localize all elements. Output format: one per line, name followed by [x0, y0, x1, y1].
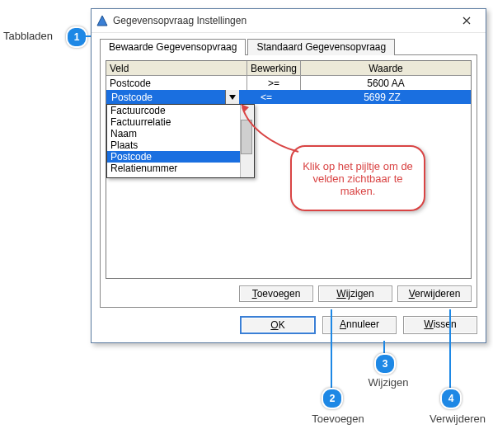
col-header-veld: Veld	[106, 61, 247, 75]
field-dropdown-list[interactable]: Factuurcode Factuurrelatie Naam Plaats P…	[106, 104, 255, 178]
annotation-marker-3: 3	[374, 353, 396, 375]
grid-header-row: Veld Bewerking Waarde	[106, 61, 471, 76]
tab-strip: Bewaarde Gegevensopvraag Standaard Gegev…	[100, 39, 477, 55]
svg-marker-0	[97, 16, 107, 26]
app-icon	[96, 15, 108, 26]
annotation-marker-2: 2	[322, 388, 343, 409]
annotation-line-3	[383, 341, 385, 353]
callout-text: Klik op het pijltje om de velden zichtba…	[290, 145, 425, 211]
annotation-caption-3: Wijzigen	[359, 376, 417, 389]
edit-button[interactable]: Wijzigen	[318, 285, 392, 302]
dialog-title: Gegevensopvraag Instellingen	[108, 15, 451, 26]
dropdown-item[interactable]: Naam	[107, 128, 254, 139]
annotation-caption-4: Verwijderen	[420, 413, 493, 425]
annotation-line-4	[449, 309, 451, 388]
cell-bew: >=	[247, 76, 301, 90]
annotation-marker-1: 1	[66, 26, 87, 48]
cell-veld: Postcode	[106, 76, 247, 90]
dropdown-item[interactable]: Factuurrelatie	[107, 116, 254, 128]
annotation-caption-2: Toevoegen	[305, 413, 371, 425]
annotation-line-2	[331, 309, 332, 388]
tab-saved-query[interactable]: Bewaarde Gegevensopvraag	[100, 39, 246, 55]
svg-marker-1	[229, 95, 236, 100]
grid-row[interactable]: Postcode >= 5600 AA	[106, 76, 471, 90]
dropdown-item-selected[interactable]: Postcode	[107, 151, 254, 163]
annotation-tabs-label: Tabbladen	[3, 30, 53, 42]
tab-standard-query[interactable]: Standaard Gegevensopvraag	[247, 39, 395, 55]
close-icon[interactable]	[451, 12, 482, 30]
clear-button[interactable]: Wissen	[403, 316, 477, 334]
grid-row-selected[interactable]: Postcode <= 5699 ZZ	[106, 90, 471, 104]
cell-waarde: 5600 AA	[301, 76, 471, 90]
chevron-down-icon[interactable]	[225, 90, 239, 104]
cell-waarde: 5699 ZZ	[293, 90, 471, 104]
dropdown-item[interactable]: Relatienummer	[107, 163, 254, 174]
cell-veld-value: Postcode	[111, 92, 153, 103]
callout-pointer	[241, 104, 307, 162]
delete-button[interactable]: Verwijderen	[397, 285, 472, 302]
ok-button[interactable]: OK	[240, 316, 316, 334]
annotation-marker-4: 4	[440, 388, 462, 409]
cancel-button[interactable]: Annuleer	[322, 316, 397, 334]
col-header-waarde: Waarde	[301, 61, 471, 75]
titlebar: Gegevensopvraag Instellingen	[92, 9, 486, 33]
cell-veld-dropdown[interactable]: Postcode	[106, 90, 240, 104]
dialog-buttons: OK Annuleer Wissen	[240, 316, 477, 334]
cell-bew: <=	[240, 90, 293, 104]
grid-buttons: Toevoegen Wijzigen Verwijderen	[239, 285, 472, 302]
dropdown-item[interactable]: Plaats	[107, 139, 254, 151]
col-header-bewerking: Bewerking	[247, 61, 301, 75]
add-button[interactable]: Toevoegen	[239, 285, 313, 302]
dropdown-item[interactable]: Factuurcode	[107, 105, 254, 116]
callout: Klik op het pijltje om de velden zichtba…	[290, 145, 430, 211]
